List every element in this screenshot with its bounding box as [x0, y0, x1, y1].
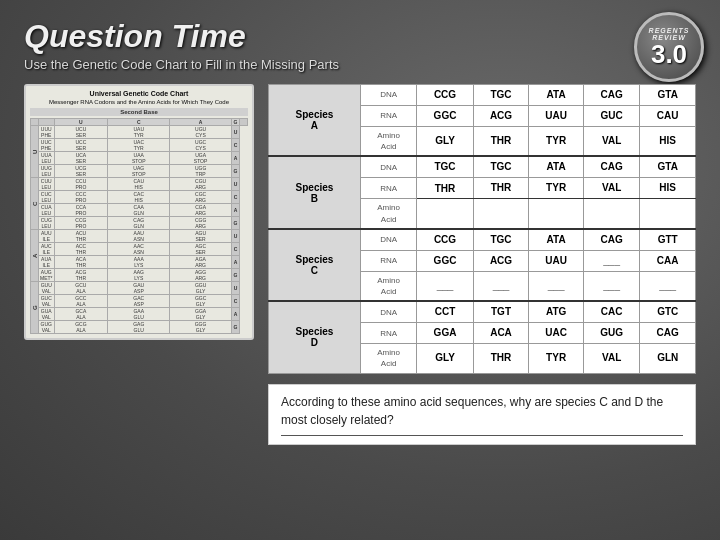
codon-cell: UAASTOP: [108, 152, 170, 165]
table-row: SpeciesB DNA TGC TGC ATA CAG GTA: [269, 156, 696, 178]
species-a-label: SpeciesA: [269, 85, 361, 157]
codon-cell: CGAARG: [170, 204, 232, 217]
codon-cell: UAUTYR: [108, 126, 170, 139]
chart-title: Universal Genetic Code Chart: [30, 90, 248, 97]
codon-cell: CGGARG: [170, 217, 232, 230]
question-box: According to these amino acid sequences,…: [268, 384, 696, 445]
codon-cell: AUGMET*: [39, 269, 55, 282]
codon-cell: ACCTHR: [54, 243, 108, 256]
codon-cell: AUUILE: [39, 230, 55, 243]
codon-cell: AGGARG: [170, 269, 232, 282]
species-d-label: SpeciesD: [269, 301, 361, 373]
species-a-type-dna: DNA: [360, 85, 416, 106]
third-base: A: [232, 152, 240, 165]
third-base: U: [232, 230, 240, 243]
answer-line: [281, 435, 683, 436]
codon-cell: CUULEU: [39, 178, 55, 191]
codon-cell: AUCILE: [39, 243, 55, 256]
chart-subtitle: Messenger RNA Codons and the Amino Acids…: [30, 99, 248, 105]
first-base-C: C: [31, 178, 39, 230]
codon-cell: GUGVAL: [39, 321, 55, 334]
codon-cell: UGCCYS: [170, 139, 232, 152]
third-base: C: [232, 139, 240, 152]
codon-cell: UUALEU: [39, 152, 55, 165]
species-c-label: SpeciesC: [269, 229, 361, 301]
codon-cell: GUAVAL: [39, 308, 55, 321]
codon-cell: AGAARG: [170, 256, 232, 269]
codon-cell: GGCGLY: [170, 295, 232, 308]
codon-cell: GAUASP: [108, 282, 170, 295]
third-base: U: [232, 178, 240, 191]
codon-cell: GCAALA: [54, 308, 108, 321]
codon-cell: CCUPRO: [54, 178, 108, 191]
second-base-label: Second Base: [30, 108, 248, 116]
codon-cell: UAGSTOP: [108, 165, 170, 178]
codon-cell: UUGLEU: [39, 165, 55, 178]
codon-cell: AAALYS: [108, 256, 170, 269]
codon-cell: ACATHR: [54, 256, 108, 269]
codon-cell: UACTYR: [108, 139, 170, 152]
genetic-code-chart: Universal Genetic Code Chart Messenger R…: [24, 84, 254, 340]
codon-cell: UGUCYS: [170, 126, 232, 139]
codon-cell: CCGPRO: [54, 217, 108, 230]
codon-cell: GCCALA: [54, 295, 108, 308]
right-section: SpeciesA DNA CCG TGC ATA CAG GTA RNA GGC…: [268, 84, 696, 445]
codon-cell: CAUHIS: [108, 178, 170, 191]
codon-cell: GAAGLU: [108, 308, 170, 321]
codon-cell: UCCSER: [54, 139, 108, 152]
third-base: G: [232, 217, 240, 230]
codon-cell: UGGTRP: [170, 165, 232, 178]
third-base: A: [232, 204, 240, 217]
codon-cell: CAAGLN: [108, 204, 170, 217]
codon-cell: UUUPHE: [39, 126, 55, 139]
codon-cell: GACASP: [108, 295, 170, 308]
codon-cell: AGUSER: [170, 230, 232, 243]
first-base-A: A: [31, 230, 39, 282]
codon-cell: CGCARG: [170, 191, 232, 204]
codon-cell: CUGLEU: [39, 217, 55, 230]
codon-cell: GGGGLY: [170, 321, 232, 334]
codon-cell: UGASTOP: [170, 152, 232, 165]
codon-cell: UCASER: [54, 152, 108, 165]
codon-cell: AAUASN: [108, 230, 170, 243]
species-b-label: SpeciesB: [269, 156, 361, 228]
third-base: C: [232, 243, 240, 256]
codon-cell: GCUALA: [54, 282, 108, 295]
page-subtitle: Use the Genetic Code Chart to Fill in th…: [24, 57, 696, 72]
page-title: Question Time: [24, 18, 696, 55]
third-base: G: [232, 321, 240, 334]
question-text: According to these amino acid sequences,…: [281, 393, 683, 429]
third-base: C: [232, 191, 240, 204]
codon-cell: CUCLEU: [39, 191, 55, 204]
third-base: G: [232, 269, 240, 282]
codon-cell: CACHIS: [108, 191, 170, 204]
codon-cell: AUAILE: [39, 256, 55, 269]
codon-cell: AACASN: [108, 243, 170, 256]
first-base-U: U: [31, 126, 39, 178]
codon-cell: UUCPHE: [39, 139, 55, 152]
third-base: C: [232, 295, 240, 308]
codon-cell: CCCPRO: [54, 191, 108, 204]
codon-cell: CUALEU: [39, 204, 55, 217]
third-base: A: [232, 308, 240, 321]
codon-cell: ACGTHR: [54, 269, 108, 282]
codon-cell: CAGGLN: [108, 217, 170, 230]
species-table: SpeciesA DNA CCG TGC ATA CAG GTA RNA GGC…: [268, 84, 696, 374]
third-base: U: [232, 282, 240, 295]
third-base: U: [232, 126, 240, 139]
codon-cell: GCGALA: [54, 321, 108, 334]
codon-cell: AGCSER: [170, 243, 232, 256]
codon-cell: CGUARG: [170, 178, 232, 191]
codon-cell: ACUTHR: [54, 230, 108, 243]
codon-cell: AAGLYS: [108, 269, 170, 282]
table-row: SpeciesA DNA CCG TGC ATA CAG GTA: [269, 85, 696, 106]
codon-cell: UCGSER: [54, 165, 108, 178]
third-base: A: [232, 256, 240, 269]
first-base-G: G: [31, 282, 39, 334]
codon-cell: UCUSER: [54, 126, 108, 139]
codon-cell: GUUVAL: [39, 282, 55, 295]
table-row: SpeciesC DNA CCG TGC ATA CAG GTT: [269, 229, 696, 251]
codon-cell: GGUGLY: [170, 282, 232, 295]
codon-cell: GUCVAL: [39, 295, 55, 308]
third-base: G: [232, 165, 240, 178]
